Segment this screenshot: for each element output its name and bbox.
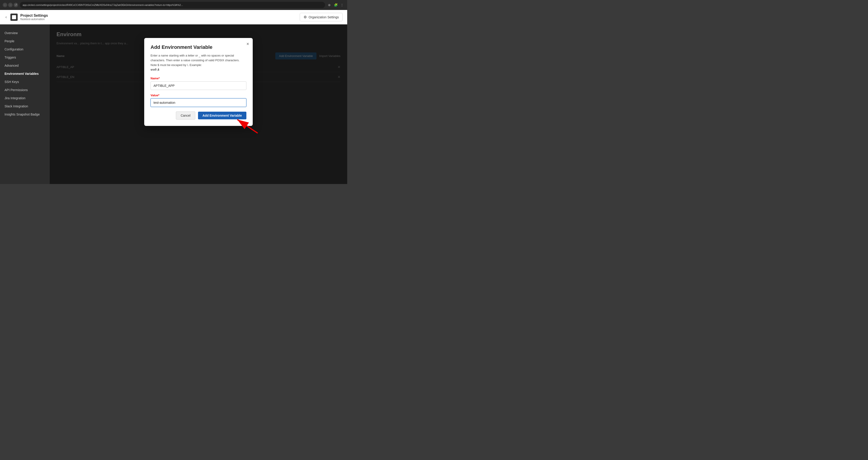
main-content: Overview People Configuration Triggers A… [0,24,347,184]
back-button[interactable]: ← [3,3,7,7]
gear-icon: ⚙ [304,15,307,19]
sidebar-item-advanced[interactable]: Advanced [0,61,50,70]
content-area: Environm Environment va... placing them … [50,24,347,184]
sidebar-item-triggers[interactable]: Triggers [0,53,50,61]
value-input[interactable] [151,98,246,107]
modal-actions: Cancel Add Environment Variable [151,112,246,120]
address-bar[interactable]: app.circleci.com/settings/project/circle… [20,2,325,8]
name-field-label: Name* [151,76,246,80]
sidebar: Overview People Configuration Triggers A… [0,24,50,184]
org-settings-label: Organization Settings [309,16,339,19]
sidebar-item-env-vars[interactable]: Environment Variables [0,70,50,78]
menu-icon[interactable]: ⋮ [340,2,344,7]
modal-description: Enter a name starting with a letter or _… [151,53,246,72]
svg-line-1 [237,120,258,133]
project-info: Project Settings flasktest-automation [20,13,48,21]
header-left: ‹ Project Settings flasktest-automation [4,13,48,21]
modal-actions-wrapper: Cancel Add Environment Variable [151,112,246,120]
sidebar-item-slack[interactable]: Slack Integration [0,102,50,110]
browser-icons: ⊕ 🧩 ⋮ [327,2,344,7]
browser-chrome: ← → ↺ app.circleci.com/settings/project/… [0,0,347,10]
modal-title: Add Environment Variable [151,44,246,50]
value-field-group: Value* [151,94,246,107]
project-title: Project Settings [20,13,48,18]
modal-description-text: Enter a name starting with a letter or _… [151,54,240,67]
sidebar-item-insights[interactable]: Insights Snapshot Badge [0,110,50,118]
sidebar-item-overview[interactable]: Overview [0,29,50,37]
url-text: app.circleci.com/settings/project/circle… [23,4,322,6]
refresh-button[interactable]: ↺ [13,3,18,7]
sidebar-item-jira[interactable]: Jira Integration [0,94,50,102]
modal-example-code: usd\$ [151,68,159,71]
sidebar-item-configuration[interactable]: Configuration [0,45,50,53]
app-header: ‹ Project Settings flasktest-automation … [0,10,347,24]
project-icon [10,13,18,21]
sidebar-item-ssh-keys[interactable]: SSH Keys [0,78,50,86]
app-container: ‹ Project Settings flasktest-automation … [0,10,347,184]
extension-icon[interactable]: 🧩 [333,2,338,7]
header-right: ⚙ Organization Settings [300,13,343,21]
value-field-label: Value* [151,94,246,97]
name-field-group: Name* [151,76,246,90]
name-input[interactable] [151,81,246,90]
browser-nav-buttons: ← → ↺ [3,3,18,7]
org-settings-button[interactable]: ⚙ Organization Settings [300,13,343,21]
project-subtitle: flasktest-automation [20,18,48,21]
sidebar-item-people[interactable]: People [0,37,50,45]
modal-overlay: × Add Environment Variable Enter a name … [50,24,347,184]
modal-close-button[interactable]: × [246,41,249,46]
bookmark-icon[interactable]: ⊕ [327,2,332,7]
cancel-button[interactable]: Cancel [176,112,195,120]
forward-button[interactable]: → [8,3,13,7]
back-to-project-button[interactable]: ‹ [4,14,8,20]
add-env-variable-submit-button[interactable]: Add Environment Variable [198,112,246,119]
sidebar-item-api-permissions[interactable]: API Permissions [0,86,50,94]
add-env-var-modal: × Add Environment Variable Enter a name … [144,38,253,126]
project-icon-inner [12,15,16,19]
